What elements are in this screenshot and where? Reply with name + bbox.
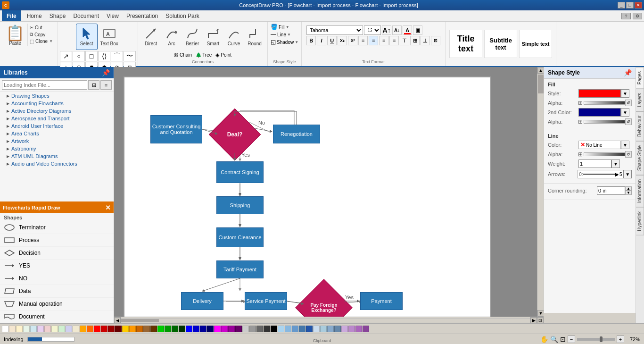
lib-item-artwork[interactable]: Artwork [0, 137, 114, 145]
second-color-dropdown[interactable]: ▼ [621, 108, 629, 117]
valign-top-button[interactable]: ⊤ [400, 36, 409, 45]
align-left-button[interactable]: ≡ [358, 36, 368, 45]
font-select[interactable]: Tahoma [306, 25, 363, 35]
tree-button[interactable]: 🌲 Tree [196, 52, 212, 58]
bold-button[interactable]: B [306, 36, 316, 45]
font-color-button[interactable]: A [403, 25, 412, 35]
menu-file[interactable]: File [2, 10, 21, 21]
color-skyblue[interactable] [320, 326, 327, 332]
library-search-input[interactable] [2, 80, 87, 90]
color-lightgray[interactable] [242, 326, 249, 332]
arrows-dropdown[interactable]: ▼ [623, 170, 632, 178]
color-1[interactable] [9, 326, 16, 332]
line-button[interactable]: — Line ▼ [271, 31, 298, 38]
font-grow-button[interactable]: A↑ [382, 25, 391, 35]
draw-arrow-tool[interactable]: ↗ [60, 51, 72, 61]
super-button[interactable]: X² [348, 36, 357, 45]
frd-terminator[interactable]: Terminator [0, 221, 114, 234]
color-darkpurple[interactable] [228, 326, 235, 332]
font-shrink-button[interactable]: A↓ [392, 25, 402, 35]
italic-button[interactable]: I [317, 36, 326, 45]
corner-input[interactable] [597, 186, 625, 195]
color-darkbrown[interactable] [143, 326, 150, 332]
minimize-button[interactable]: _ [618, 2, 625, 8]
color-6[interactable] [44, 326, 51, 332]
line-alpha-slider[interactable] [584, 152, 625, 156]
canvas-fit-button[interactable]: ⊡ [537, 317, 544, 324]
clone-button[interactable]: ⬚ Clone ▼ [29, 38, 54, 44]
valign-mid-button[interactable]: ⊞ [410, 36, 420, 45]
color-navy[interactable] [200, 326, 206, 332]
menu-document[interactable]: Document [69, 12, 103, 20]
color-maroon[interactable] [115, 326, 122, 332]
color-deepviolet[interactable] [235, 326, 242, 332]
second-color-box[interactable] [578, 108, 621, 117]
draw-arc-tool[interactable]: ⌒ [111, 51, 123, 61]
color-lavender1[interactable] [341, 326, 348, 332]
color-5[interactable] [37, 326, 44, 332]
lib-item-android[interactable]: Android User Interface [0, 122, 114, 130]
color-blue[interactable] [186, 326, 192, 332]
corner-spinner[interactable]: ▲ ▼ [625, 186, 632, 195]
color-9[interactable] [66, 326, 72, 332]
align-center-button[interactable]: ≡ [369, 36, 378, 45]
color-8[interactable] [58, 326, 65, 332]
menu-solution-park[interactable]: Solution Park [162, 12, 203, 20]
direct-button[interactable]: Direct [141, 24, 161, 50]
maximize-button[interactable]: □ [626, 2, 634, 8]
color-yellow[interactable] [122, 326, 129, 332]
node-custom-clearance[interactable]: Custom Clearance [216, 227, 264, 247]
sub-button[interactable]: X₂ [338, 36, 347, 45]
canvas-scroll-area[interactable]: ▲ ▼ [114, 67, 544, 317]
close-button[interactable]: ✕ [635, 2, 642, 8]
tab-shape-style[interactable]: Shape Style [636, 141, 644, 175]
tab-hyperlink[interactable]: Hyperlink [636, 207, 644, 235]
node-tariff-payment[interactable]: Tariff Payment [216, 260, 264, 278]
color-steelblue[interactable] [292, 326, 298, 332]
lib-item-accounting[interactable]: Accounting Flowcharts [0, 100, 114, 107]
color-charcoal[interactable] [264, 326, 270, 332]
help-button[interactable]: ? [621, 13, 631, 19]
menu-home[interactable]: Home [23, 12, 46, 20]
shadow-button[interactable]: ◱ Shadow ▼ [271, 39, 298, 45]
tab-behaviour[interactable]: Behaviour [636, 111, 644, 141]
color-cornblue[interactable] [299, 326, 305, 332]
color-2[interactable] [16, 326, 23, 332]
tf-more-button[interactable]: ⊡ [431, 36, 440, 45]
color-amber[interactable] [129, 326, 136, 332]
valign-bot-button[interactable]: ⊥ [421, 36, 430, 45]
frd-process[interactable]: Process [0, 234, 114, 247]
menu-view[interactable]: View [103, 12, 123, 20]
node-pay-fx-diamond[interactable] [295, 279, 353, 317]
tab-information[interactable]: Information [636, 175, 644, 207]
lib-item-aerospace[interactable]: Aerospace and Transport [0, 115, 114, 122]
no-line-box[interactable]: ✕ No Line [578, 141, 621, 149]
paste-button[interactable]: 📋 Paste [3, 24, 28, 46]
lib-item-drawing-shapes[interactable]: Drawing Shapes [0, 92, 114, 100]
draw-poly-tool[interactable]: ⟨⟩ [98, 51, 110, 61]
underline-button[interactable]: U [327, 36, 337, 45]
color-darkred[interactable] [101, 326, 107, 332]
color-violet1[interactable] [355, 326, 362, 332]
frd-close-button[interactable]: ✕ [105, 204, 111, 211]
frd-document[interactable]: Document [0, 310, 114, 323]
node-delivery[interactable]: Delivery [181, 292, 223, 310]
highlight-button[interactable]: ▣ [413, 25, 422, 35]
color-seablue[interactable] [327, 326, 334, 332]
title-style-button[interactable]: Title text [449, 30, 482, 58]
lib-list-button[interactable]: ≡ [100, 80, 112, 90]
lib-item-atm-uml[interactable]: ATM UML Diagrams [0, 152, 114, 160]
frd-manual-op[interactable]: Manual operation [0, 298, 114, 310]
color-deepnavy[interactable] [207, 326, 214, 332]
draw-ellipse-tool[interactable]: ○ [73, 51, 85, 61]
hscroll-left[interactable]: ◀ [114, 317, 121, 324]
color-paleblue[interactable] [313, 326, 320, 332]
vscroll-up[interactable]: ▲ [537, 67, 544, 74]
color-lavender2[interactable] [348, 326, 355, 332]
arc-button[interactable]: Arc [162, 24, 182, 50]
color-orange[interactable] [80, 326, 86, 332]
zoom-slider[interactable] [577, 338, 615, 341]
menu-presentation[interactable]: Presentation [123, 12, 162, 20]
textbox-button[interactable]: A Text Box [99, 24, 120, 50]
lib-item-area-charts[interactable]: Area Charts [0, 130, 114, 137]
